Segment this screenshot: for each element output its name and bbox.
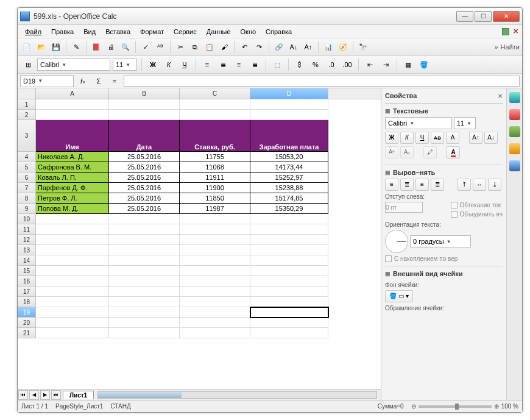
row-head-6[interactable]: 6 [18, 173, 36, 183]
styles-panel-icon[interactable] [509, 109, 520, 120]
cell-C4[interactable]: 11755 [180, 152, 250, 162]
cell-B17[interactable] [109, 287, 180, 297]
cell-A1[interactable] [36, 99, 109, 110]
copy-button[interactable]: ⧉ [188, 40, 202, 54]
cell-B14[interactable] [109, 255, 180, 266]
tab-last-button[interactable]: ⏭ [51, 390, 61, 400]
sb-align-justify[interactable]: ≣ [431, 179, 444, 191]
cell-A11[interactable] [36, 224, 109, 235]
cell-D6[interactable]: 15252,97 [250, 173, 328, 183]
menu-edit[interactable]: Правка [46, 27, 79, 37]
redo-button[interactable]: ↷ [252, 40, 266, 54]
brush-button[interactable]: 🖌 [217, 40, 231, 54]
cell-A21[interactable] [36, 328, 109, 338]
functions-panel-icon[interactable] [509, 160, 520, 171]
horizontal-scrollbar[interactable] [97, 391, 377, 399]
cell-D9[interactable]: 15350,29 [250, 204, 328, 214]
cell-C5[interactable]: 11068 [180, 162, 250, 173]
cell-B9[interactable]: 25.05.2016 [109, 204, 180, 214]
col-head-C[interactable]: C [180, 88, 250, 99]
sidebar-bold-button[interactable]: Ж [385, 132, 398, 144]
section-cell[interactable]: Внешний вид ячейки [385, 270, 503, 280]
new-button[interactable]: 📄 [20, 40, 34, 54]
row-head-1[interactable]: 1 [18, 99, 36, 110]
sidebar-font-combo[interactable]: Calibri▼ [385, 117, 452, 129]
equals-button[interactable]: = [108, 74, 121, 88]
cell-C15[interactable] [180, 266, 250, 276]
font-size-combo[interactable]: 11▼ [113, 59, 137, 71]
section-text[interactable]: Текстовые [385, 107, 503, 117]
row-head-2[interactable]: 2 [18, 110, 36, 120]
cell-C2[interactable] [180, 110, 250, 120]
header-cell-2[interactable]: Ставка, руб. [180, 120, 250, 152]
sidebar-shrink-button[interactable]: A↓ [484, 132, 498, 144]
status-sum[interactable]: Сумма=0 [378, 403, 404, 410]
menu-format[interactable]: Формат [135, 27, 169, 37]
border-button[interactable]: ▦ [401, 58, 415, 71]
print-button[interactable]: 🖨 [104, 40, 118, 54]
cell-B12[interactable] [109, 235, 180, 245]
sheet-tab-1[interactable]: Лист1 [63, 391, 94, 399]
sidebar-italic-button[interactable]: К [400, 132, 414, 144]
merge-button[interactable]: ⬚ [270, 58, 284, 71]
cell-B19[interactable] [109, 307, 180, 318]
row-head-11[interactable]: 11 [18, 224, 36, 235]
row-head-9[interactable]: 9 [18, 204, 36, 214]
row-head-5[interactable]: 5 [18, 162, 36, 173]
properties-panel-icon[interactable] [509, 92, 520, 103]
cell-C1[interactable] [180, 99, 250, 110]
tab-next-button[interactable]: ▶ [40, 390, 50, 400]
col-head-D[interactable]: D [250, 88, 328, 99]
cell-B16[interactable] [109, 276, 180, 287]
zoom-out-button[interactable]: ⊖ [411, 403, 416, 410]
header-cell-3[interactable]: Заработная плата [250, 120, 328, 152]
cell-A4[interactable]: Николаев А. Д. [36, 152, 109, 162]
link-button[interactable]: 🔗 [272, 40, 286, 54]
cell-C18[interactable] [180, 297, 250, 307]
cell-B21[interactable] [109, 328, 180, 338]
tab-prev-button[interactable]: ◀ [29, 390, 39, 400]
menu-tools[interactable]: Сервис [169, 27, 202, 37]
indent-inc-button[interactable]: ⇥ [379, 58, 392, 71]
cell-C14[interactable] [180, 255, 250, 266]
cell-A8[interactable]: Петров Ф. Л. [36, 193, 109, 204]
cell-B13[interactable] [109, 245, 180, 255]
cell-C9[interactable]: 11987 [180, 204, 250, 214]
cell-A12[interactable] [36, 235, 109, 245]
cell-D17[interactable] [250, 287, 328, 297]
wrap-checkbox[interactable] [451, 202, 458, 208]
cell-C16[interactable] [180, 276, 250, 287]
sidebar-sub-button[interactable]: Aₐ [400, 146, 414, 158]
pdf-button[interactable]: 📕 [90, 40, 103, 54]
cell-A7[interactable]: Парфенов Д. Ф. [36, 183, 109, 193]
cell-D20[interactable] [250, 318, 328, 328]
minimize-button[interactable]: — [456, 11, 473, 22]
preview-button[interactable]: 🔍 [119, 40, 132, 54]
cell-A19[interactable] [36, 307, 109, 318]
menu-file[interactable]: Файл [20, 27, 46, 37]
align-right-button[interactable]: ≡ [232, 58, 246, 71]
row-head-13[interactable]: 13 [18, 245, 36, 255]
cell-C10[interactable] [180, 214, 250, 224]
decimal-dec-button[interactable]: .00 [341, 58, 354, 71]
row-head-8[interactable]: 8 [18, 193, 36, 204]
cell-A9[interactable]: Попова М. Д. [36, 204, 109, 214]
bold-button[interactable]: Ж [146, 58, 160, 71]
orientation-dial[interactable] [385, 230, 408, 253]
navigator-panel-icon[interactable] [509, 143, 520, 154]
stack-checkbox[interactable] [385, 255, 392, 262]
cell-B2[interactable] [109, 110, 180, 120]
cell-B8[interactable]: 25.05.2016 [109, 193, 180, 204]
cell-A10[interactable] [36, 214, 109, 224]
paste-button[interactable]: 📋 [203, 40, 216, 54]
cell-C6[interactable]: 11911 [180, 173, 250, 183]
indent-dec-button[interactable]: ⇤ [363, 58, 376, 71]
cell-C20[interactable] [180, 318, 250, 328]
doc-close-icon[interactable]: ✕ [513, 28, 520, 35]
cell-A6[interactable]: Коваль Л. П. [36, 173, 109, 183]
cell-B5[interactable]: 25.05.2016 [109, 162, 180, 173]
cell-D15[interactable] [250, 266, 328, 276]
cell-D21[interactable] [250, 328, 328, 338]
cell-D11[interactable] [250, 224, 328, 235]
menu-view[interactable]: Вид [79, 27, 101, 37]
